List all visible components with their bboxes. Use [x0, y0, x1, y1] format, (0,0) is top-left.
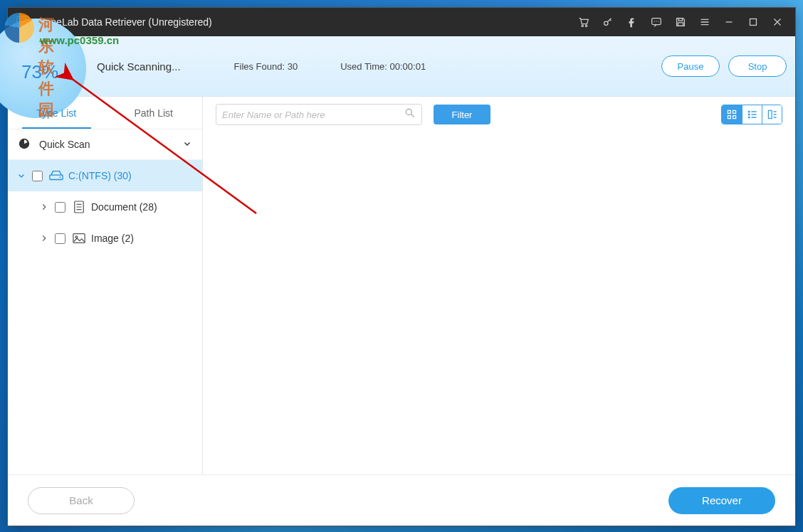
tree-checkbox-image[interactable]	[55, 233, 65, 244]
app-window: FoneLab Data Retriever (Unregistered) 73…	[7, 7, 796, 526]
save-icon[interactable]	[668, 8, 693, 36]
svg-point-2	[582, 25, 583, 26]
content-toolbar: Filter	[203, 97, 795, 132]
search-box[interactable]	[216, 104, 422, 125]
maximize-icon[interactable]	[741, 8, 765, 36]
svg-rect-19	[728, 110, 730, 113]
document-icon	[71, 201, 87, 213]
tree-node-document[interactable]: Document (28)	[8, 191, 202, 223]
used-time: Used Time: 00:00:01	[340, 61, 426, 72]
chevron-right-icon[interactable]	[36, 203, 52, 211]
scan-status: Quick Scanning...	[97, 60, 181, 73]
sidebar-tabs: Type List Path List	[8, 97, 202, 129]
sidebar: Type List Path List Quick Scan C:(NT	[8, 97, 203, 474]
svg-rect-9	[678, 18, 682, 21]
svg-point-14	[60, 176, 61, 178]
svg-rect-20	[733, 110, 736, 113]
chevron-down-icon[interactable]	[14, 171, 29, 181]
desktop-background: FoneLab Data Retriever (Unregistered) 73…	[0, 0, 803, 532]
tree-drive-label: C:(NTFS) (30)	[68, 170, 132, 181]
facebook-icon[interactable]	[620, 8, 644, 36]
svg-point-24	[748, 114, 750, 115]
svg-rect-10	[678, 23, 683, 26]
files-found: Files Found: 30	[234, 61, 298, 72]
menu-icon[interactable]	[693, 8, 717, 36]
tab-path-list-label: Path List	[135, 107, 173, 119]
footer: Back Recover	[8, 474, 795, 526]
svg-point-25	[748, 117, 750, 118]
key-icon[interactable]	[596, 8, 620, 36]
progress-percent: 73%	[21, 61, 58, 83]
tree-node-image[interactable]: Image (2)	[8, 223, 202, 254]
filter-button[interactable]: Filter	[434, 105, 490, 124]
tab-path-list[interactable]: Path List	[105, 97, 203, 129]
svg-point-23	[748, 111, 750, 112]
svg-rect-11	[750, 19, 757, 26]
tab-type-list[interactable]: Type List	[8, 97, 105, 129]
cart-icon[interactable]	[572, 8, 596, 36]
chevron-right-icon[interactable]	[36, 234, 52, 243]
view-list-button[interactable]	[742, 105, 762, 124]
tree-image-label: Image (2)	[91, 233, 134, 244]
progress-header: 73% Quick Scanning... Files Found: 30 Us…	[8, 36, 795, 97]
clock-icon	[18, 137, 32, 151]
scan-mode-selector[interactable]: Quick Scan	[8, 129, 202, 160]
search-input[interactable]	[222, 110, 404, 120]
svg-point-8	[658, 21, 658, 21]
svg-rect-16	[73, 234, 85, 243]
titlebar: FoneLab Data Retriever (Unregistered)	[8, 8, 795, 36]
svg-rect-22	[733, 116, 736, 119]
scan-mode-label: Quick Scan	[39, 139, 90, 150]
tree-checkbox-document[interactable]	[55, 202, 65, 213]
svg-rect-26	[768, 110, 772, 118]
view-grid-button[interactable]	[722, 105, 742, 124]
chevron-down-icon	[182, 139, 192, 151]
recover-button[interactable]: Recover	[668, 487, 775, 514]
svg-point-18	[406, 109, 411, 115]
svg-rect-21	[728, 116, 730, 119]
pause-button[interactable]: Pause	[661, 55, 720, 77]
svg-point-6	[654, 21, 655, 21]
svg-rect-13	[50, 175, 63, 179]
svg-point-3	[585, 25, 587, 26]
feedback-icon[interactable]	[644, 8, 668, 36]
view-detail-button[interactable]	[762, 105, 782, 124]
minimize-icon[interactable]	[717, 8, 741, 36]
content-area: Filter	[203, 97, 795, 474]
image-icon	[71, 233, 87, 244]
tree-checkbox-drive[interactable]	[32, 171, 43, 181]
tree-document-label: Document (28)	[91, 201, 157, 213]
back-button[interactable]: Back	[28, 487, 135, 514]
results-pane	[203, 132, 795, 474]
drive-icon	[48, 170, 64, 181]
tree: C:(NTFS) (30) Document (28) Image (2)	[8, 160, 202, 474]
svg-point-17	[75, 236, 78, 238]
svg-point-7	[656, 21, 656, 21]
main-area: Type List Path List Quick Scan C:(NT	[8, 97, 795, 474]
search-icon[interactable]	[404, 107, 416, 122]
tree-node-drive[interactable]: C:(NTFS) (30)	[8, 160, 202, 191]
stop-button[interactable]: Stop	[728, 55, 787, 77]
window-title: FoneLab Data Retriever (Unregistered)	[39, 16, 212, 28]
close-icon[interactable]	[765, 8, 789, 36]
tab-type-list-label: Type List	[36, 107, 76, 119]
view-toggle	[721, 105, 782, 124]
